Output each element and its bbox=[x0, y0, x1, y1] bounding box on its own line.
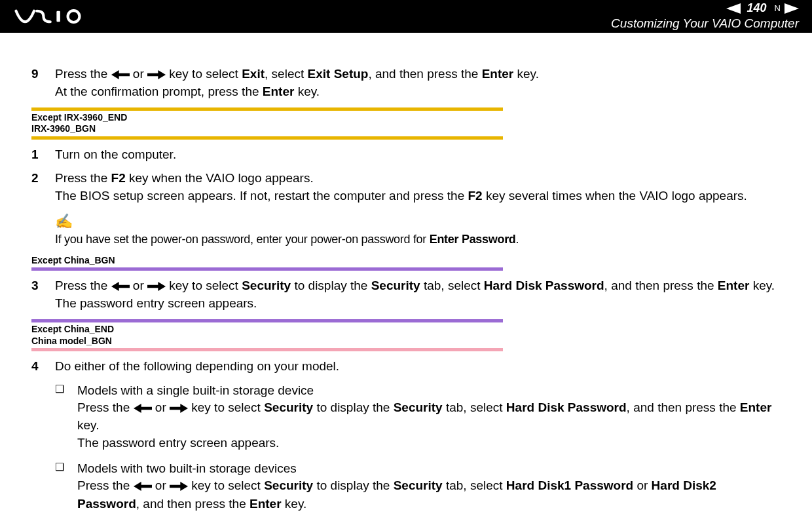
svg-point-1 bbox=[68, 10, 80, 22]
step-number: 3 bbox=[31, 277, 55, 313]
divider-bar bbox=[31, 348, 503, 351]
document-body: 9 Press the or key to select Exit, selec… bbox=[0, 33, 812, 525]
page-number: 140 bbox=[747, 1, 767, 16]
tag-label: Except China_BGN bbox=[31, 254, 503, 268]
step-number: 9 bbox=[31, 66, 55, 101]
arrow-right-icon bbox=[170, 478, 188, 496]
n-mark: N bbox=[775, 3, 781, 14]
tag-label: Except China_END China model_BGN bbox=[31, 322, 503, 348]
page-header: 140 N Customizing Your VAIO Computer bbox=[0, 0, 812, 33]
arrow-left-icon bbox=[111, 66, 130, 84]
tag-label: Except IRX-3960_END IRX-3960_BGN bbox=[31, 111, 503, 136]
step-2: 2 Press the F2 key when the VAIO logo ap… bbox=[31, 170, 781, 204]
step-9: 9 Press the or key to select Exit, selec… bbox=[31, 66, 781, 101]
step-4: 4 Do either of the following depending o… bbox=[31, 358, 781, 376]
note-text: If you have set the power-on password, e… bbox=[55, 231, 781, 248]
note-icon: ✍ bbox=[55, 212, 781, 232]
bullet-text: Models with a single built-in storage de… bbox=[77, 382, 781, 452]
next-page-icon[interactable] bbox=[784, 3, 799, 14]
step-3: 3 Press the or key to select Security to… bbox=[31, 277, 781, 313]
bullet-icon: ❑ bbox=[55, 460, 77, 513]
step-1: 1 Turn on the computer. bbox=[31, 146, 781, 164]
divider-bar bbox=[31, 136, 503, 140]
arrow-right-icon bbox=[147, 66, 166, 84]
list-item: ❑ Models with two built-in storage devic… bbox=[55, 460, 781, 513]
svg-rect-0 bbox=[56, 11, 60, 22]
step-number: 1 bbox=[31, 146, 55, 164]
arrow-right-icon bbox=[170, 400, 188, 418]
step-text: Turn on the computer. bbox=[55, 146, 781, 164]
tag-irx-3960: Except IRX-3960_END IRX-3960_BGN bbox=[31, 107, 503, 140]
page-nav: 140 N Customizing Your VAIO Computer bbox=[611, 1, 799, 31]
step-text: Press the or key to select Security to d… bbox=[55, 277, 781, 313]
step-text: Do either of the following depending on … bbox=[55, 358, 781, 376]
list-item: ❑ Models with a single built-in storage … bbox=[55, 382, 781, 452]
model-options: ❑ Models with a single built-in storage … bbox=[55, 382, 781, 513]
step-text: Press the or key to select Exit, select … bbox=[55, 66, 781, 101]
step-number: 4 bbox=[31, 358, 55, 376]
step-text: Press the F2 key when the VAIO logo appe… bbox=[55, 170, 781, 204]
prev-page-icon[interactable] bbox=[726, 3, 741, 14]
divider-bar bbox=[31, 267, 503, 271]
bullet-text: Models with two built-in storage devices… bbox=[77, 460, 781, 513]
tag-china-end-bgn: Except China_END China model_BGN bbox=[31, 319, 503, 351]
arrow-left-icon bbox=[134, 400, 152, 418]
bullet-icon: ❑ bbox=[55, 382, 77, 452]
arrow-left-icon bbox=[134, 478, 152, 496]
arrow-right-icon bbox=[147, 278, 166, 296]
section-title: Customizing Your VAIO Computer bbox=[611, 16, 799, 31]
step-number: 2 bbox=[31, 170, 55, 204]
tag-except-china-bgn: Except China_BGN bbox=[31, 254, 503, 271]
arrow-left-icon bbox=[111, 278, 130, 296]
vaio-logo bbox=[13, 9, 98, 24]
